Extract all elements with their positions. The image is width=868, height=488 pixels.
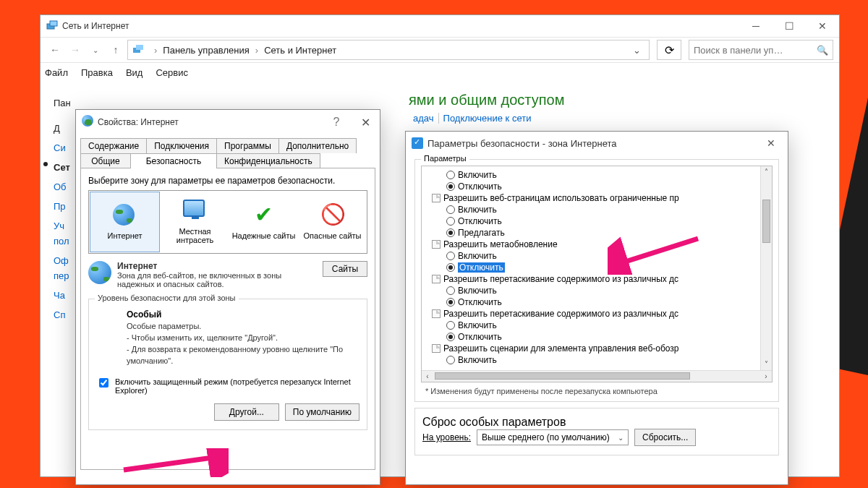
zone-trusted[interactable]: ✔ Надежные сайты [229,191,298,253]
svg-rect-3 [136,45,143,50]
page-icon [432,344,441,353]
dialog-title: Свойства: Интернет [98,117,179,127]
zone-intranet[interactable]: Местная интрасеть [161,191,229,253]
side-link[interactable]: Си [54,138,65,158]
side-link-active[interactable]: Сет [54,158,65,177]
close-button[interactable]: ✕ [351,116,380,129]
scroll-right-icon[interactable]: › [760,371,772,382]
search-input[interactable]: Поиск в панели уп… 🔍 [689,40,833,60]
group-label: Параметры [421,154,469,163]
side-label: Пан [54,93,65,113]
level-line: Особые параметры. [127,321,359,333]
zone-internet[interactable]: Интернет [90,192,160,252]
page-icon [432,240,441,249]
page-icon [432,275,441,283]
setting-option[interactable]: Отключить [427,262,769,273]
network-icon [132,44,144,56]
tab-content[interactable]: Содержание [80,138,147,153]
scroll-thumb[interactable] [762,200,770,243]
side-link[interactable]: Оф [54,251,65,270]
side-link[interactable]: Уч [54,216,65,236]
level-line: - Чтобы изменить их, щелкните "Другой". [127,333,359,344]
titlebar: Сеть и Интернет ─ ☐ ✕ [41,15,839,37]
forward-button[interactable]: → [67,41,84,59]
close-button[interactable]: ✕ [754,132,788,154]
tab-connections[interactable]: Подключения [146,138,217,153]
setting-option[interactable]: Отключить [427,181,769,192]
setting-item[interactable]: Разрешить сценарии для элемента управлен… [427,343,769,354]
link[interactable]: адач [409,113,439,124]
shield-icon [412,137,423,149]
sites-button[interactable]: Сайты [323,261,367,277]
side-link[interactable]: Пр [54,197,65,216]
setting-option[interactable]: Включить [427,285,769,296]
tab-privacy[interactable]: Конфиденциальность [216,153,320,168]
setting-item[interactable]: Разрешить перетаскивание содержимого из … [427,273,769,285]
breadcrumb-root[interactable]: Панель управления [163,45,249,56]
vertical-scrollbar[interactable]: ˄ ˅ [760,166,772,370]
side-link[interactable]: пол [54,236,65,251]
refresh-button[interactable]: ⟳ [657,40,681,60]
custom-level-button[interactable]: Другой... [214,403,279,421]
setting-item[interactable]: Разрешить перетаскивание содержимого из … [427,308,769,320]
scroll-up-icon[interactable]: ˄ [761,166,772,178]
side-link[interactable]: Ча [54,286,65,305]
search-icon: 🔍 [817,45,828,56]
reset-level-combo[interactable]: Выше среднего (по умолчанию)⌄ [477,429,629,445]
radio-icon [446,263,455,272]
recent-dropdown[interactable]: ⌄ [87,41,104,59]
tab-advanced[interactable]: Дополнительно [278,138,357,153]
link[interactable]: Подключение к сети [439,113,536,124]
address-dropdown[interactable]: ⌄ [629,45,644,56]
setting-option[interactable]: Включить [427,169,769,181]
parameters-group: Параметры ВключитьОтключитьРазрешить веб… [414,159,779,402]
zone-restricted[interactable]: 🚫 Опасные сайты [298,191,367,253]
radio-icon [446,356,455,364]
protected-mode-checkbox[interactable] [99,378,109,388]
setting-option[interactable]: Отключить [427,215,769,227]
default-level-button[interactable]: По умолчанию [285,403,359,421]
menu-edit[interactable]: Правка [81,67,113,78]
scroll-down-icon[interactable]: ˅ [761,359,772,370]
help-button[interactable]: ? [322,116,351,129]
menubar: Файл Правка Вид Сервис [41,63,839,82]
scroll-thumb[interactable] [435,372,690,380]
side-link[interactable]: пер [54,270,65,286]
tab-programs[interactable]: Программы [216,138,279,153]
settings-tree[interactable]: ВключитьОтключитьРазрешить веб-страницам… [421,166,773,382]
side-link[interactable]: Сп [54,305,65,325]
horizontal-scrollbar[interactable]: ‹ › [422,370,772,382]
menu-service[interactable]: Сервис [156,67,188,78]
minimize-button[interactable]: ─ [739,15,773,37]
address-bar[interactable]: › Панель управления › Сеть и Интернет ⌄ [127,40,650,60]
close-button[interactable]: ✕ [806,15,839,37]
reset-button[interactable]: Сбросить... [634,429,696,446]
menu-file[interactable]: Файл [45,67,68,78]
breadcrumb-current[interactable]: Сеть и Интернет [264,45,336,56]
setting-option[interactable]: Предлагать [427,227,769,239]
setting-item[interactable]: Разрешить веб-страницам использовать огр… [427,192,769,204]
setting-option[interactable]: Включить [427,354,769,366]
setting-option[interactable]: Отключить [427,331,769,343]
side-link[interactable]: Об [54,177,65,197]
tab-security[interactable]: Безопасность [130,153,217,168]
setting-option[interactable]: Отключить [427,296,769,308]
setting-option[interactable]: Включить [427,204,769,215]
maximize-button[interactable]: ☐ [773,15,806,37]
tab-general[interactable]: Общие [80,153,131,168]
setting-option[interactable]: Включить [427,250,769,262]
up-button[interactable]: ↑ [107,41,124,59]
page-icon [432,309,441,318]
network-icon [46,20,58,32]
page-heading: ями и общим доступом [409,92,564,108]
menu-view[interactable]: Вид [126,67,143,78]
group-label: Уровень безопасности для этой зоны [95,294,239,302]
security-level-group: Уровень безопасности для этой зоны Особы… [88,299,367,430]
setting-option[interactable]: Включить [427,320,769,331]
scroll-left-icon[interactable]: ‹ [422,371,433,382]
radio-icon [446,182,455,191]
dialog-title: Параметры безопасности - зона Интернета [427,138,617,149]
back-button[interactable]: ← [46,41,64,59]
level-line: - Для возврата к рекомендованному уровню… [127,344,359,367]
setting-item[interactable]: Разрешить метаобновление [427,239,769,250]
